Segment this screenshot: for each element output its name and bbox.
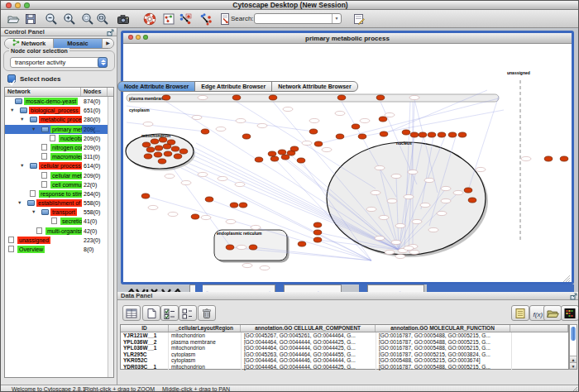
network-label-node[interactable] <box>242 263 252 267</box>
network-label-node[interactable] <box>371 190 380 194</box>
network-node[interactable] <box>278 150 286 155</box>
network-node[interactable] <box>164 151 172 156</box>
network-node[interactable] <box>298 241 306 246</box>
advanced-search-icon[interactable] <box>352 12 366 26</box>
network-label-node[interactable] <box>391 240 401 244</box>
network-label-node[interactable] <box>476 167 486 171</box>
network-node[interactable] <box>297 158 305 163</box>
tree-row[interactable]: ▼metabolic process280(0) <box>5 115 113 124</box>
expand-arrow-icon[interactable]: ▼ <box>31 208 36 217</box>
zoom-in-icon[interactable] <box>63 12 76 26</box>
tab-edge-attribute-browser[interactable]: Edge Attribute Browser <box>194 81 272 92</box>
network-node[interactable] <box>242 134 251 139</box>
network-label-node[interactable] <box>409 250 419 254</box>
expand-arrow-icon[interactable]: ▼ <box>10 106 14 115</box>
network-node[interactable] <box>232 95 241 100</box>
table-row[interactable]: YKR052Ccytoplasm[GO:0044464, GO:0044446,… <box>121 357 568 364</box>
window-titlebar[interactable]: Cytoscape Desktop (New Session) <box>1 1 579 10</box>
network-node[interactable] <box>154 152 162 157</box>
network-label-node[interactable] <box>441 186 451 190</box>
expand-arrow-icon[interactable]: ▼ <box>17 198 22 208</box>
background-window-edge[interactable] <box>195 284 203 292</box>
scrollbar-thumb[interactable] <box>571 327 576 341</box>
expand-arrow-icon[interactable]: ▼ <box>20 115 24 124</box>
network-label-node[interactable] <box>453 190 463 194</box>
network-view-window[interactable]: primary metabolic process plasma membran… <box>121 31 574 284</box>
select-nodes-checkbox[interactable] <box>7 74 16 83</box>
network-node[interactable] <box>146 147 155 152</box>
network-label-node[interactable] <box>192 115 202 119</box>
network-label-node[interactable] <box>226 219 236 223</box>
network-node[interactable] <box>249 245 257 250</box>
network-label-node[interactable] <box>251 225 261 229</box>
chevron-down-icon[interactable]: ▼ <box>332 14 341 23</box>
tree-row[interactable]: ▼transport558(0) <box>5 208 113 217</box>
expand-arrow-icon[interactable]: ▼ <box>20 161 24 170</box>
network-label-node[interactable] <box>428 227 438 232</box>
tree-row[interactable]: ▼establishment of lo558(0) <box>5 198 113 208</box>
network-node[interactable] <box>230 203 238 208</box>
background-window-sliver[interactable] <box>367 284 424 292</box>
tree-row[interactable]: multi-organism pro42(0) <box>5 227 113 236</box>
network-label-node[interactable] <box>395 223 405 227</box>
network-label-node[interactable] <box>385 112 395 117</box>
network-node[interactable] <box>419 132 427 137</box>
tree-row[interactable]: ▼cellular process614(0) <box>5 161 113 170</box>
table-column-header[interactable]: _cellularLayoutRegion <box>169 325 242 332</box>
network-label-node[interactable] <box>385 250 395 254</box>
network-label-node[interactable] <box>441 198 451 203</box>
network-node[interactable] <box>155 146 163 151</box>
network-node[interactable] <box>313 222 322 227</box>
tab-network[interactable]: Network <box>5 39 54 48</box>
tree-row[interactable]: ▼primary metabo209(... <box>5 125 113 134</box>
tab-mosaic[interactable]: Mosaic <box>54 39 103 48</box>
network-node[interactable] <box>255 157 263 162</box>
network-label-node[interactable] <box>235 182 245 186</box>
tab-overflow-icon[interactable]: ▶ <box>103 39 113 48</box>
attribute-table-icon[interactable] <box>122 305 141 321</box>
delete-attribute-icon[interactable] <box>198 305 216 321</box>
save-session-icon[interactable] <box>24 12 37 26</box>
table-column-header[interactable]: ID <box>121 325 169 332</box>
zoom-selected-region-icon[interactable] <box>81 12 94 26</box>
network-label-node[interactable] <box>379 215 389 219</box>
network-label-node[interactable] <box>143 122 153 126</box>
network-node[interactable] <box>468 198 476 203</box>
background-window-edge[interactable] <box>359 284 367 292</box>
tree-row[interactable]: nucleobase-209(0) <box>5 134 113 143</box>
tree-column-network[interactable]: Network <box>5 88 81 96</box>
network-label-node[interactable] <box>198 172 208 176</box>
combobox-stepper-icon[interactable] <box>98 57 108 68</box>
network-node[interactable] <box>171 146 179 151</box>
select-attributes-icon[interactable] <box>160 305 179 321</box>
network-label-node[interactable] <box>387 198 397 203</box>
network-node[interactable] <box>268 151 276 156</box>
network-node[interactable] <box>281 155 290 160</box>
network-label-node[interactable] <box>521 156 531 160</box>
tree-row[interactable]: response to stimulu264(0) <box>5 189 113 198</box>
float-panel-icon[interactable] <box>107 29 114 36</box>
network-node[interactable] <box>309 129 318 134</box>
network-label-node[interactable] <box>391 174 401 178</box>
network-label-node[interactable] <box>236 118 246 122</box>
table-scrollbar[interactable]: ▲ ▼ <box>569 324 577 370</box>
tree-row[interactable]: ▼biological_process651(0) <box>5 106 113 115</box>
help-icon[interactable] <box>143 12 156 26</box>
network-label-node[interactable] <box>335 111 345 115</box>
network-node[interactable] <box>428 132 436 137</box>
network-label-node[interactable] <box>404 194 414 198</box>
tree-row[interactable]: macromolecule311(0) <box>5 152 113 161</box>
network-node[interactable] <box>352 124 360 129</box>
network-label-node[interactable] <box>322 147 332 151</box>
matrix-view-icon[interactable] <box>561 305 579 321</box>
background-window-sliver[interactable] <box>125 284 189 292</box>
table-column-header[interactable]: annotation.GO CELLULAR_COMPONENT <box>241 325 375 332</box>
table-column-header[interactable]: annotation.GO MOLECULAR_FUNCTION <box>376 325 510 332</box>
network-node[interactable] <box>142 142 151 147</box>
apply-layout-icon[interactable] <box>179 12 192 26</box>
tree-row[interactable]: secretion41(0) <box>5 217 113 226</box>
tree-row[interactable]: cellular metabol209(0) <box>5 171 113 180</box>
network-node[interactable] <box>179 149 188 154</box>
network-node[interactable] <box>402 130 410 135</box>
zoom-out-icon[interactable] <box>45 12 58 26</box>
